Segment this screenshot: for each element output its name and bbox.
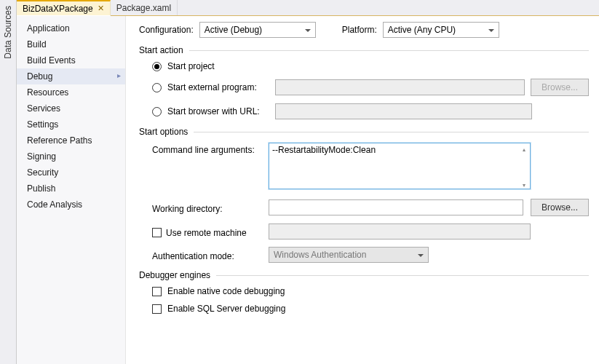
platform-value: Active (Any CPU) [388,25,456,35]
tab-bizdataxpackage[interactable]: BizDataXPackage ✕ [17,0,111,16]
nav-build[interactable]: Build [17,36,125,52]
browse-external-button: Browse... [531,79,589,96]
debug-page: Configuration: Active (Debug) Platform: … [126,16,599,364]
document-tab-well: BizDataXPackage ✕ Package.xaml [17,0,599,16]
workdir-input[interactable] [269,199,523,215]
nav-application[interactable]: Application [17,20,125,36]
sql-debug-label: Enable SQL Server debugging [167,304,285,314]
radio-start-browser[interactable] [152,107,162,116]
platform-dropdown[interactable]: Active (Any CPU) [383,22,499,38]
auth-mode-dropdown: Windows Authentication [269,247,429,263]
sql-debug-checkbox[interactable] [152,304,162,314]
start-action-legend: Start action [139,45,183,55]
divider [216,275,589,276]
nav-build-events[interactable]: Build Events [17,52,125,68]
nav-signing[interactable]: Signing [17,149,125,165]
tool-window-label: Data Sources [3,4,13,60]
radio-start-external-label: Start external program: [167,82,269,92]
nav-debug[interactable]: Debug [17,68,125,84]
configuration-dropdown[interactable]: Active (Debug) [199,22,316,38]
project-properties-nav: Application Build Build Events Debug Res… [17,16,126,364]
browse-workdir-button[interactable]: Browse... [531,199,589,216]
nav-settings[interactable]: Settings [17,116,125,132]
tab-label: Package.xaml [116,3,171,13]
native-debug-checkbox[interactable] [152,287,162,296]
radio-start-project[interactable] [152,62,162,71]
divider [189,50,589,51]
tab-label: BizDataXPackage [23,4,93,14]
platform-label: Platform: [342,25,377,35]
auth-mode-value: Windows Authentication [274,250,366,260]
remote-machine-checkbox[interactable] [152,228,162,237]
tab-package-xaml[interactable]: Package.xaml [111,0,178,15]
browser-url-input [275,103,532,119]
nav-security[interactable]: Security [17,165,125,181]
debugger-engines-legend: Debugger engines [139,270,210,280]
native-debug-label: Enable native code debugging [167,286,285,296]
nav-reference-paths[interactable]: Reference Paths [17,132,125,149]
remote-machine-label: Use remote machine [166,228,247,238]
radio-start-browser-label: Start browser with URL: [167,106,269,116]
external-program-input [275,79,525,95]
remote-machine-input [269,223,531,240]
nav-code-analysis[interactable]: Code Analysis [17,197,125,213]
cmd-args-input[interactable] [269,143,531,189]
cmd-args-label: Command line arguments: [152,143,261,155]
nav-publish[interactable]: Publish [17,181,125,197]
close-icon[interactable]: ✕ [98,4,104,13]
start-options-legend: Start options [139,127,188,137]
nav-services[interactable]: Services [17,100,125,116]
radio-start-project-label: Start project [167,61,215,71]
divider [194,132,589,132]
radio-start-external[interactable] [152,83,162,92]
nav-resources[interactable]: Resources [17,84,125,100]
configuration-label: Configuration: [139,25,194,35]
configuration-value: Active (Debug) [205,25,262,35]
workdir-label: Working directory: [152,202,261,214]
auth-mode-label: Authentication mode: [152,249,261,261]
tool-window-tab-data-sources[interactable]: Data Sources [0,0,17,364]
